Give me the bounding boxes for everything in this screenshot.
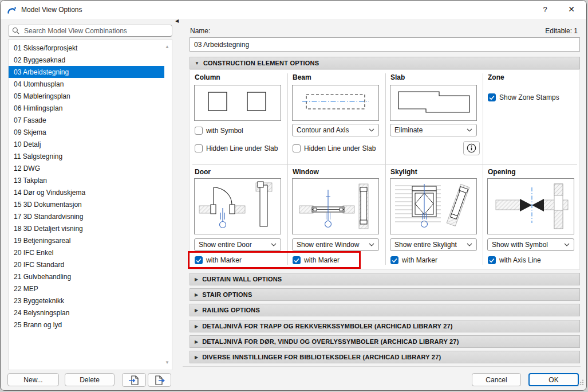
section-header-label: DETALJNIVÅ FOR DØR, VINDU OG OVERLYSSYMB… [202,338,459,345]
window-group: Window Show entire Window [288,164,385,270]
hidden-line-under-slab-checkbox[interactable]: Hidden Line under Slab [195,144,278,153]
list-item[interactable]: 20 IFC Enkel [9,246,164,258]
door-with-marker-checkbox[interactable]: with Marker [195,256,242,265]
section-header[interactable]: ▶DETALJNIVÅ FOR TRAPP OG REKKVERKSSYMBOL… [190,320,580,332]
list-item[interactable]: 23 Byggeteknikk [9,295,164,307]
archicad-logo-icon [7,5,17,15]
list-item[interactable]: 05 Møbleringsplan [9,90,164,102]
list-item[interactable]: 25 Brann og lyd [9,319,164,331]
door-display-dropdown[interactable]: Show entire Door [194,238,281,251]
chevron-right-icon: ▶ [195,277,198,282]
editable-count: Editable: 1 [545,27,578,35]
window-display-dropdown[interactable]: Show entire Window [292,238,379,251]
chevron-right-icon: ▶ [195,324,198,329]
zone-group: Zone Show Zone Stamps [483,70,581,164]
skylight-preview [390,178,477,234]
new-button[interactable]: New... [7,373,59,386]
slab-group: Slab Eliminate [386,70,483,164]
import-button[interactable] [122,373,146,387]
help-button[interactable]: ? [534,1,557,18]
beam-group: Beam Contour and Axis Hidden Line under … [288,70,385,164]
door-preview [194,178,281,234]
window-preview [292,178,379,234]
opening-display-dropdown[interactable]: Show with Symbol [487,238,574,251]
cancel-button[interactable]: Cancel [472,373,521,386]
list-item[interactable]: 18 3D Detaljert visning [9,222,164,234]
section-header[interactable]: ▶CURTAIN WALL OPTIONS [190,273,580,285]
search-input[interactable] [23,26,168,36]
column-preview [194,85,281,121]
chevron-down-icon [564,243,570,246]
divider [183,366,581,367]
list-item[interactable]: 14 Dør og Vinduskjema [9,186,164,198]
list-item[interactable]: 01 Skisse/forprosjekt [9,42,164,54]
splitter-collapse-icon[interactable]: ◀ [175,18,179,23]
skylight-display-dropdown[interactable]: Show entire Skylight [390,238,477,251]
checkbox-icon [293,144,301,152]
list-item[interactable]: 04 Utomhusplan [9,78,164,90]
section-header[interactable]: ▶DETALJNIVÅ FOR DØR, VINDU OG OVERLYSSYM… [190,335,580,348]
list-item[interactable]: 09 Skjema [9,126,164,138]
chevron-down-icon [369,243,374,246]
info-button[interactable] [463,141,480,155]
chevron-right-icon: ▶ [195,355,198,360]
section-header[interactable]: ▶DIVERSE INNSTILLINGER FOR BIBLIOTEKSDEL… [190,351,580,363]
skylight-with-marker-checkbox[interactable]: with Marker [390,256,437,265]
section-header[interactable]: ▶RAILING OPTIONS [190,304,580,316]
list-item[interactable]: 20 IFC Standard [9,258,164,271]
section-header-label: DIVERSE INNSTILLINGER FOR BIBLIOTEKSDELE… [202,354,441,360]
column-group: Column with Symbol Hidden Line under Sla… [190,70,287,164]
list-item[interactable]: 21 Gulvbehandling [9,271,164,283]
list-item[interactable]: 13 Takplan [9,174,164,186]
list-item[interactable]: 17 3D Standardvisning [9,210,164,222]
beam-preview [292,85,379,121]
chevron-right-icon: ▶ [195,292,198,297]
slab-display-dropdown[interactable]: Eliminate [390,124,477,136]
delete-button[interactable]: Delete [65,373,115,386]
beam-display-dropdown[interactable]: Contour and Axis [292,124,379,136]
scroll-down-icon[interactable]: ▼ [164,360,171,365]
dialog-title: Model View Options [21,6,82,14]
hidden-line-under-slab-checkbox[interactable]: Hidden Line under Slab [293,144,376,153]
close-button[interactable]: ✕ [560,1,583,18]
chevron-right-icon: ▶ [195,339,198,344]
chevron-down-icon [271,243,277,246]
list-item[interactable]: 22 MEP [9,283,164,295]
combination-list: 01 Skisse/forprosjekt02 Byggesøknad03 Ar… [8,39,172,370]
import-icon [128,374,140,386]
list-item[interactable]: 07 Fasade [9,114,164,126]
list-item[interactable]: 24 Belysningsplan [9,307,164,319]
slab-preview [390,85,477,121]
opening-group: Opening Show with Symbol [483,164,581,270]
checkbox-icon [488,93,496,101]
list-item[interactable]: 19 Betjeningsareal [9,234,164,246]
list-item[interactable]: 15 3D Dokumentasjon [9,198,164,210]
opening-with-axis-line-checkbox[interactable]: with Axis Line [488,256,541,265]
construction-options-panel: Column with Symbol Hidden Line under Sla… [190,69,580,270]
list-item[interactable]: 06 Himlingsplan [9,102,164,114]
section-header-construction[interactable]: ▼ CONSTRUCTION ELEMENT OPTIONS [190,57,580,69]
section-header[interactable]: ▶STAIR OPTIONS [190,288,580,301]
resize-grip[interactable] [578,378,584,388]
list-item[interactable]: 12 DWG [9,162,164,174]
show-zone-stamps-checkbox[interactable]: Show Zone Stamps [488,93,559,102]
list-item[interactable]: 02 Byggesøknad [9,54,164,66]
section-header-label: RAILING OPTIONS [202,307,260,313]
export-button[interactable] [148,373,171,387]
list-item[interactable]: 10 Detalj [9,138,164,150]
section-header-label: DETALJNIVÅ FOR TRAPP OG REKKVERKSSYMBOLE… [202,323,453,330]
list-item[interactable]: 03 Arbeidstegning [9,66,164,78]
door-group: Door Show entire Door [190,164,287,270]
model-view-options-dialog: Model View Options ? ✕ 01 Skisse/forpros… [0,0,587,391]
list-item[interactable]: 11 Salgstegning [9,150,164,162]
export-icon [153,374,166,386]
with-symbol-checkbox[interactable]: with Symbol [195,126,243,135]
checkbox-icon [390,256,398,264]
ok-button[interactable]: OK [528,373,579,386]
chevron-down-icon [467,128,472,132]
checkbox-icon [195,127,203,135]
window-with-marker-checkbox[interactable]: with Marker [293,256,340,265]
name-input[interactable] [190,37,580,52]
scroll-up-icon[interactable]: ▲ [164,44,171,49]
search-box[interactable] [8,25,172,37]
